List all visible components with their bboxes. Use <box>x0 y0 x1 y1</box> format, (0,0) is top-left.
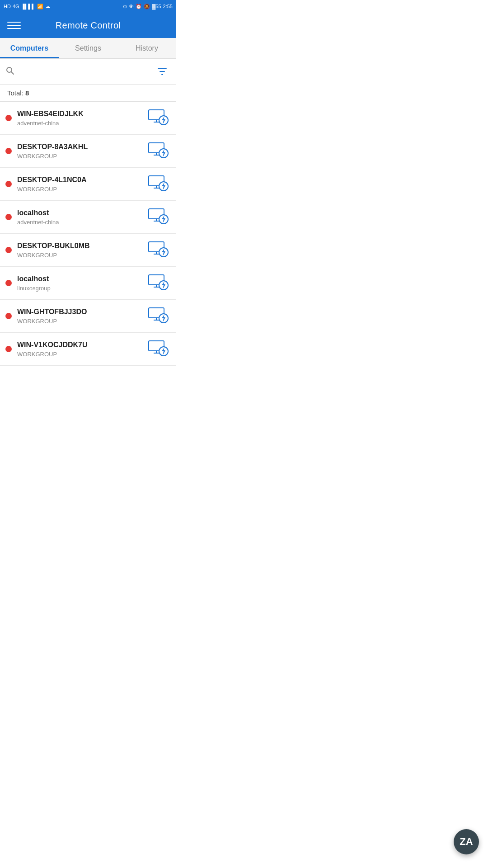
status-dot <box>5 148 12 154</box>
remote-desktop-button[interactable] <box>147 175 171 193</box>
computer-info: DESKTOP-8A3AKHL WORKGROUP <box>17 143 147 160</box>
computer-info: WIN-V1KOCJDDK7U WORKGROUP <box>17 341 147 358</box>
tab-settings[interactable]: Settings <box>59 38 117 58</box>
total-label: Total: <box>7 89 23 97</box>
remote-desktop-button[interactable] <box>147 142 171 160</box>
computer-group: WORKGROUP <box>17 153 147 160</box>
hd-icon: HD <box>4 4 11 9</box>
computer-info: WIN-GHTOFBJJ3DO WORKGROUP <box>17 308 147 325</box>
svg-line-1 <box>11 72 14 74</box>
computer-group: adventnet-china <box>17 219 147 226</box>
tab-bar: Computers Settings History <box>0 38 176 59</box>
status-dot <box>5 346 12 352</box>
mute-icon: 🔕 <box>144 4 150 9</box>
tab-history[interactable]: History <box>117 38 176 58</box>
remote-desktop-button[interactable] <box>147 109 171 127</box>
computer-info: DESKTOP-BUKL0MB WORKGROUP <box>17 242 147 259</box>
status-dot <box>5 280 12 286</box>
computer-info: DESKTOP-4L1NC0A WORKGROUP <box>17 176 147 193</box>
remote-desktop-button[interactable] <box>147 340 171 358</box>
filter-button[interactable] <box>153 62 171 80</box>
total-number: 8 <box>25 89 29 97</box>
search-icon <box>5 66 14 77</box>
wifi-icon: 📶 <box>37 4 43 9</box>
menu-button[interactable] <box>7 22 21 29</box>
computer-name: WIN-GHTOFBJJ3DO <box>17 308 147 316</box>
computer-item[interactable]: localhost linuxosgroup <box>0 267 176 300</box>
computer-group: WORKGROUP <box>17 252 147 259</box>
computer-list: WIN-EBS4EIDJLKK adventnet-china DESKTO <box>0 102 176 366</box>
computer-name: DESKTOP-8A3AKHL <box>17 143 147 151</box>
computer-name: DESKTOP-4L1NC0A <box>17 176 147 184</box>
status-dot <box>5 313 12 319</box>
computer-name: localhost <box>17 275 147 283</box>
clock-icon: ⏰ <box>136 4 142 9</box>
remote-desktop-button[interactable] <box>147 307 171 325</box>
computer-info: localhost adventnet-china <box>17 209 147 226</box>
computer-name: localhost <box>17 209 147 217</box>
remote-desktop-button[interactable] <box>147 208 171 226</box>
battery-icon: ▓55 <box>152 4 161 9</box>
eye-icon: 👁 <box>129 4 134 9</box>
4g-icon: 4G <box>13 4 19 9</box>
status-dot <box>5 181 12 187</box>
search-bar <box>0 59 176 85</box>
signal-icon: ▐▌▌▌ <box>21 4 35 9</box>
top-bar: Remote Control <box>0 13 176 38</box>
computer-info: WIN-EBS4EIDJLKK adventnet-china <box>17 110 147 127</box>
remote-desktop-button[interactable] <box>147 274 171 292</box>
computer-item[interactable]: WIN-GHTOFBJJ3DO WORKGROUP <box>0 300 176 333</box>
computer-item[interactable]: DESKTOP-4L1NC0A WORKGROUP <box>0 168 176 201</box>
computer-item[interactable]: localhost adventnet-china <box>0 201 176 234</box>
recording-icon: ⊙ <box>123 4 127 9</box>
app-title: Remote Control <box>56 20 121 31</box>
computer-group: WORKGROUP <box>17 186 147 193</box>
computer-name: WIN-V1KOCJDDK7U <box>17 341 147 349</box>
status-dot <box>5 115 12 121</box>
status-left: HD 4G ▐▌▌▌ 📶 ☁ <box>4 4 50 9</box>
computer-group: WORKGROUP <box>17 351 147 358</box>
total-count-bar: Total: 8 <box>0 85 176 102</box>
search-input[interactable] <box>18 67 153 75</box>
status-dot <box>5 247 12 253</box>
computer-name: WIN-EBS4EIDJLKK <box>17 110 147 118</box>
computer-group: WORKGROUP <box>17 318 147 325</box>
computer-info: localhost linuxosgroup <box>17 275 147 292</box>
computer-name: DESKTOP-BUKL0MB <box>17 242 147 250</box>
computer-item[interactable]: DESKTOP-BUKL0MB WORKGROUP <box>0 234 176 267</box>
computer-group: adventnet-china <box>17 120 147 127</box>
computer-item[interactable]: WIN-EBS4EIDJLKK adventnet-china <box>0 102 176 135</box>
computer-group: linuxosgroup <box>17 285 147 292</box>
status-right: ⊙ 👁 ⏰ 🔕 ▓55 2:55 <box>123 4 173 9</box>
time-display: 2:55 <box>163 4 173 9</box>
status-dot <box>5 214 12 220</box>
cloud-icon: ☁ <box>45 4 50 9</box>
computer-item[interactable]: DESKTOP-8A3AKHL WORKGROUP <box>0 135 176 168</box>
remote-desktop-button[interactable] <box>147 241 171 259</box>
tab-computers[interactable]: Computers <box>0 38 59 58</box>
computer-item[interactable]: WIN-V1KOCJDDK7U WORKGROUP <box>0 333 176 366</box>
status-bar: HD 4G ▐▌▌▌ 📶 ☁ ⊙ 👁 ⏰ 🔕 ▓55 2:55 <box>0 0 176 13</box>
